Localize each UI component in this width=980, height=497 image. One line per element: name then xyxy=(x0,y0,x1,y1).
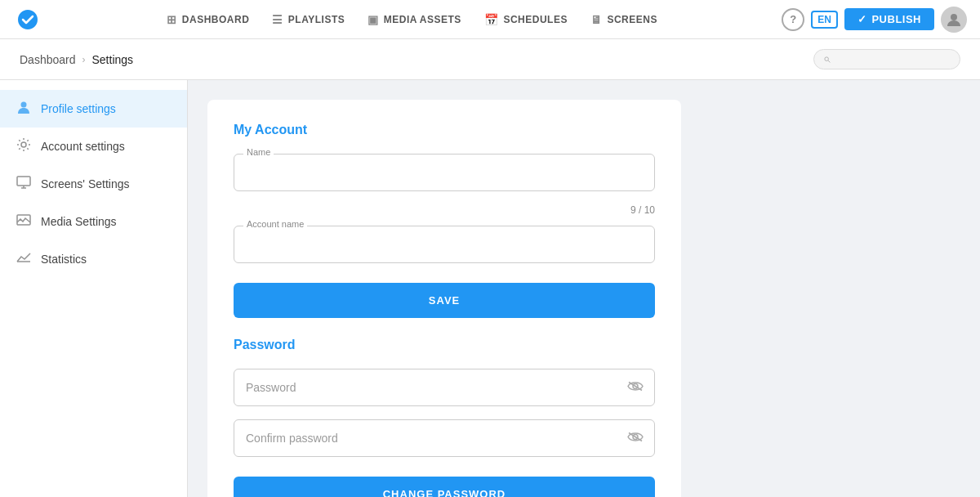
sidebar-item-account-label: Account settings xyxy=(41,140,125,153)
sidebar-item-statistics-label: Statistics xyxy=(41,253,87,266)
breadcrumb-dashboard[interactable]: Dashboard xyxy=(20,53,76,66)
playlists-icon: ☰ xyxy=(272,13,283,26)
my-account-title: My Account xyxy=(234,123,655,137)
sidebar-item-media-label: Media Settings xyxy=(41,215,117,228)
settings-panel: My Account Name 9 / 10 Account name SAVE… xyxy=(207,100,681,497)
media-assets-icon: ▣ xyxy=(368,13,379,26)
breadcrumb: Dashboard › Settings xyxy=(20,53,133,66)
schedules-icon: 📅 xyxy=(484,13,499,26)
statistics-icon xyxy=(16,250,31,268)
svg-rect-5 xyxy=(17,177,30,186)
svg-point-3 xyxy=(21,102,27,108)
main-layout: Profile settings Account settings Screen… xyxy=(0,80,980,497)
account-name-input[interactable] xyxy=(234,226,655,263)
toggle-confirm-password-icon[interactable] xyxy=(627,430,644,447)
nav-right: ? EN ✓ PUBLISH xyxy=(782,7,967,33)
content-area: My Account Name 9 / 10 Account name SAVE… xyxy=(188,80,980,497)
nav-playlists-label: PLAYLISTS xyxy=(288,14,345,25)
profile-icon xyxy=(16,100,31,118)
publish-button[interactable]: ✓ PUBLISH xyxy=(844,8,934,30)
svg-point-1 xyxy=(825,56,829,60)
svg-point-0 xyxy=(951,14,957,20)
password-input[interactable] xyxy=(234,369,655,406)
sidebar-item-screens-label: Screens' Settings xyxy=(41,177,130,190)
screens-icon: 🖥 xyxy=(590,13,603,26)
nav-schedules[interactable]: 📅 SCHEDULES xyxy=(474,8,577,31)
password-field-container xyxy=(234,369,655,406)
toggle-password-icon[interactable] xyxy=(627,379,644,396)
logo[interactable] xyxy=(13,5,42,34)
dashboard-icon: ⊞ xyxy=(167,13,177,26)
top-navigation: ⊞ DASHBOARD ☰ PLAYLISTS ▣ MEDIA ASSETS 📅… xyxy=(0,0,980,39)
password-title: Password xyxy=(234,338,655,352)
sidebar-item-statistics[interactable]: Statistics xyxy=(0,240,187,278)
search-input[interactable] xyxy=(835,53,950,65)
nav-media-assets[interactable]: ▣ MEDIA ASSETS xyxy=(358,8,471,31)
checkmark-icon: ✓ xyxy=(858,13,867,25)
nav-schedules-label: SCHEDULES xyxy=(503,14,568,25)
nav-playlists[interactable]: ☰ PLAYLISTS xyxy=(262,8,354,31)
language-button[interactable]: EN xyxy=(811,11,838,29)
sidebar-item-profile-settings[interactable]: Profile settings xyxy=(0,90,187,128)
breadcrumb-separator: › xyxy=(82,54,86,65)
nav-media-assets-label: MEDIA ASSETS xyxy=(384,14,461,25)
nav-dashboard[interactable]: ⊞ DASHBOARD xyxy=(157,8,259,31)
svg-line-2 xyxy=(828,60,830,62)
sidebar: Profile settings Account settings Screen… xyxy=(0,80,188,497)
sidebar-item-account-settings[interactable]: Account settings xyxy=(0,128,187,165)
help-button[interactable]: ? xyxy=(782,8,804,31)
user-avatar[interactable] xyxy=(941,7,967,33)
confirm-password-input[interactable] xyxy=(234,419,655,457)
account-name-label: Account name xyxy=(243,219,307,229)
screens-settings-icon xyxy=(16,175,31,193)
nav-links: ⊞ DASHBOARD ☰ PLAYLISTS ▣ MEDIA ASSETS 📅… xyxy=(42,8,782,31)
publish-label: PUBLISH xyxy=(871,13,921,25)
breadcrumb-bar: Dashboard › Settings xyxy=(0,39,980,80)
sidebar-item-profile-label: Profile settings xyxy=(41,102,116,115)
sidebar-item-screens-settings[interactable]: Screens' Settings xyxy=(0,165,187,203)
account-settings-icon xyxy=(16,137,31,155)
account-name-field-container: Account name xyxy=(234,226,655,263)
nav-screens-label: SCREENS xyxy=(607,14,657,25)
change-password-button[interactable]: CHANGE PASSWORD xyxy=(234,477,655,497)
confirm-password-field-container xyxy=(234,419,655,457)
name-label: Name xyxy=(243,147,274,157)
char-count: 9 / 10 xyxy=(234,204,655,216)
breadcrumb-current: Settings xyxy=(92,53,134,66)
svg-point-4 xyxy=(21,142,26,147)
search-icon xyxy=(824,54,831,65)
search-bar[interactable] xyxy=(813,49,960,69)
name-input[interactable] xyxy=(234,154,655,191)
media-settings-icon xyxy=(16,213,31,231)
name-field-container: Name xyxy=(234,154,655,191)
sidebar-item-media-settings[interactable]: Media Settings xyxy=(0,203,187,240)
nav-dashboard-label: DASHBOARD xyxy=(182,14,250,25)
nav-screens[interactable]: 🖥 SCREENS xyxy=(581,8,667,31)
save-button[interactable]: SAVE xyxy=(234,283,655,318)
